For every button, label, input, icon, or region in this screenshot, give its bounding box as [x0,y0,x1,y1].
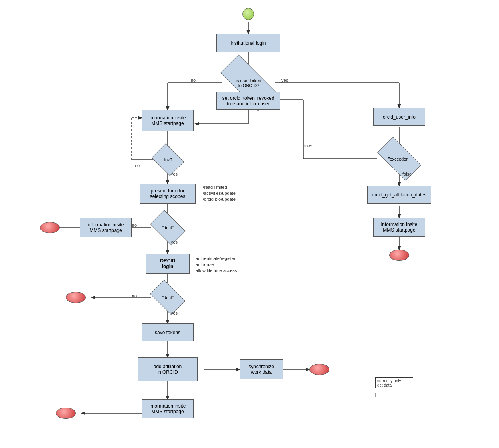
label-yes1: yes [281,78,288,83]
set-orcid-token-box: set orcid_token_revokedtrue and inform u… [216,92,280,110]
red-oval-sync [309,364,329,375]
label-orcid-actions: authenticate/registerauthorizeallow life… [196,256,237,274]
orcid-get-affiliation-box: orcid_get_affilation_dates [367,186,431,204]
orcid-login-box: ORCIDlogin [146,254,190,274]
label-no4: no [132,293,137,298]
info-mms-4-box: information insiteMMS startpage [142,399,194,418]
info-mms-2-box: information insiteMMS startpage [80,218,132,237]
link-diamond: link? [155,150,181,170]
start-node [242,8,254,20]
save-tokens-box: save tokens [142,323,194,341]
label-yes2: yes [171,172,178,176]
exception-diamond: "exception" [379,148,419,170]
label-yes3: yes [171,240,178,244]
orcid-user-info-box: orcid_user_info [373,108,425,126]
label-no2: no [135,163,140,168]
label-true1: true [304,143,312,148]
present-form-box: present form forselecting scopes [140,184,196,204]
synchronize-work-box: synchronizework data [240,359,283,379]
red-oval-right-top [389,250,409,261]
red-oval-left-middle [40,222,60,233]
add-affiliation-box: add affiliationin ORCID [138,357,198,381]
label-yes4: yes [171,311,178,315]
info-mms-1-box: information insiteMMS startpage [142,110,194,131]
currently-only-note: currently onlyget data [375,377,413,388]
label-no1: no [191,78,196,83]
label-false1: false [402,172,412,176]
label-scopes: /read-limited/activities/update/orcid-bi… [203,184,236,202]
institutional-login-box: institutional login [216,34,280,52]
do-it-2-diamond: "do it" [153,287,183,307]
do-it-1-diamond: "do it" [153,218,183,238]
label-no3: no [132,223,137,228]
note-bracket [375,393,387,397]
info-mms-right-box: information insiteMMS startpage [373,218,425,237]
red-oval-bottom-left [56,408,76,419]
red-oval-left-lower [66,292,86,303]
flowchart-diagram: institutional login is user linkedto ORC… [0,0,499,448]
